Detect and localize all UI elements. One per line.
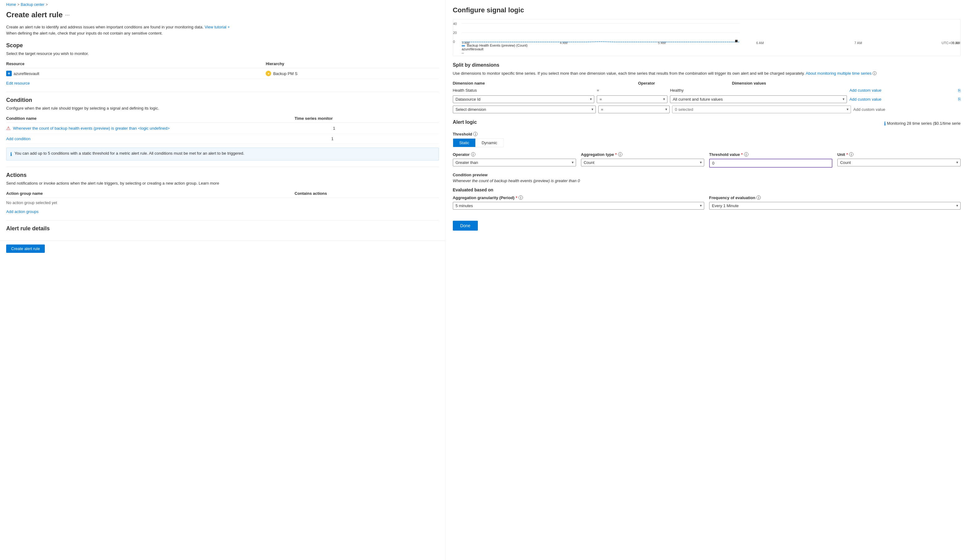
dim-empty-val-wrapper: 0 selected — [672, 106, 851, 113]
create-alert-rule-button[interactable]: Create alert rule — [6, 244, 45, 253]
resource-icon — [6, 71, 12, 76]
threshold-val-field-group: Threshold value * i — [709, 152, 832, 168]
edit-resource-link[interactable]: Edit resource — [6, 81, 439, 86]
agg-granularity-select-wrapper: 5 minutes — [453, 202, 704, 210]
freq-info-circle[interactable]: i — [756, 195, 761, 200]
unit-required: * — [846, 152, 848, 157]
about-info-circle: ⓘ — [873, 71, 877, 76]
operator-field-group: Operator i Greater than — [453, 152, 576, 168]
col-timeseries: Time series monitor — [295, 116, 439, 121]
add-condition-link[interactable]: Add condition — [6, 137, 329, 141]
dim-datasource-row: Datasource Id = All current and future v… — [453, 96, 961, 103]
breadcrumb-backup[interactable]: Backup center — [21, 2, 45, 7]
unit-field-group: Unit * i Count — [837, 152, 961, 168]
svg-text:★: ★ — [267, 72, 270, 75]
y-label-40: 40 — [453, 22, 457, 26]
description-area: Create an alert rule to identify and add… — [0, 24, 445, 42]
col-action-name: Action group name — [6, 191, 295, 196]
dim-empty-name-select[interactable]: Select dimension — [453, 106, 596, 113]
agg-type-select[interactable]: Count — [581, 159, 704, 167]
operator-label: Operator i — [453, 152, 576, 157]
chart-x-labels: 3 AM 4 AM 5 AM 6 AM 7 AM 8 AM — [462, 41, 960, 45]
divider-3 — [6, 220, 439, 220]
condition-title: Condition — [6, 97, 439, 103]
scope-table-header: Resource Hierarchy — [6, 59, 439, 68]
hierarchy-name: Backup PM S — [273, 71, 297, 76]
operator-select[interactable]: Greater than — [453, 159, 576, 167]
operator-info-circle[interactable]: i — [471, 152, 475, 157]
agg-granularity-select[interactable]: 5 minutes — [453, 202, 704, 210]
copy-icon-1[interactable]: ⎘ — [958, 88, 961, 93]
about-monitoring-link[interactable]: About monitoring multiple time series — [806, 71, 871, 76]
col-contains: Contains actions — [295, 191, 439, 196]
scope-resource-row: azurefilesvault ★ Backup PM S — [6, 68, 439, 79]
threshold-val-required: * — [741, 152, 743, 157]
condition-desc: Configure when the alert rule should tri… — [6, 106, 439, 111]
left-panel: Home > Backup center > Create alert rule… — [0, 0, 445, 560]
page-title-row: Create alert rule ··· — [0, 9, 445, 24]
dim-static-row: Health Status = Healthy Add custom value… — [453, 88, 961, 93]
more-options-button[interactable]: ··· — [65, 12, 70, 18]
no-action-row: No action group selected yet — [6, 198, 439, 207]
scope-col-resource: Resource — [6, 61, 266, 66]
freq-field-group: Frequency of evaluation i Every 1 Minute — [709, 195, 961, 210]
agg-type-select-wrapper: Count — [581, 159, 704, 167]
add-action-groups-link[interactable]: Add action groups — [6, 209, 439, 214]
threshold-value-input[interactable] — [709, 159, 832, 168]
learn-more-link[interactable]: Learn more — [199, 181, 219, 185]
right-panel: Configure signal logic 40 20 0 3 AM 4 AM… — [445, 0, 968, 560]
info-icon: ℹ — [10, 151, 12, 157]
sensitive-note: When defining the alert rule, check that… — [6, 31, 163, 35]
threshold-toggle: Static Dynamic — [453, 138, 504, 147]
condition-num: 1 — [330, 126, 439, 131]
dim-empty-val-select[interactable]: 0 selected — [672, 106, 851, 113]
dim-datasource-op-select[interactable]: = — [597, 96, 668, 103]
x-label-5am: 5 AM — [658, 41, 666, 45]
dim-col-op-header: Operator — [638, 81, 729, 86]
x-label-7am: 7 AM — [854, 41, 862, 45]
freq-select[interactable]: Every 1 Minute — [709, 202, 961, 210]
dim-add-custom-2[interactable]: Add custom value — [849, 97, 956, 102]
breadcrumb-home[interactable]: Home — [6, 2, 16, 7]
add-condition-num: 1 — [329, 137, 439, 141]
dim-add-custom-1[interactable]: Add custom value — [849, 88, 956, 93]
agg-type-info-circle[interactable]: i — [618, 152, 622, 157]
static-threshold-button[interactable]: Static — [453, 139, 476, 147]
agg-granularity-info-circle[interactable]: i — [519, 195, 523, 200]
dim-health-status-name: Health Status — [453, 88, 594, 93]
agg-type-required: * — [615, 152, 617, 157]
threshold-val-info-circle[interactable]: i — [744, 152, 748, 157]
dim-datasource-val-select[interactable]: All current and future values — [670, 96, 847, 103]
dim-col-val-header: Dimension values — [732, 81, 961, 86]
freq-select-wrapper: Every 1 Minute — [709, 202, 961, 210]
add-condition-row: Add condition 1 — [6, 134, 439, 144]
condition-preview: Condition preview Whenever the count of … — [453, 173, 961, 183]
dim-table-header: Dimension name Operator Dimension values — [453, 81, 961, 86]
x-label-4am: 4 AM — [560, 41, 567, 45]
unit-info-circle[interactable]: i — [849, 152, 854, 157]
condition-preview-text: Whenever the count of backup health even… — [453, 178, 961, 183]
monitoring-info-text: Monitoring 28 time series ($0.1/time ser… — [887, 121, 961, 126]
dynamic-threshold-button[interactable]: Dynamic — [475, 139, 504, 147]
hierarchy-icon: ★ — [266, 71, 271, 76]
dim-datasource-name-select[interactable]: Datasource Id — [453, 96, 594, 103]
dim-empty-row: Select dimension = 0 selected Add custom… — [453, 106, 961, 113]
copy-icon-2[interactable]: ⎘ — [958, 97, 961, 102]
done-button[interactable]: Done — [453, 221, 478, 231]
agg-granularity-label: Aggregation granularity (Period) * i — [453, 195, 704, 200]
dim-empty-op-select[interactable]: = — [598, 106, 670, 113]
description-text: Create an alert rule to identify and add… — [6, 25, 204, 29]
dim-add-custom-3: Add custom value — [854, 107, 961, 112]
threshold-label: Threshold i — [453, 132, 961, 137]
no-action-text: No action group selected yet — [6, 200, 57, 205]
view-tutorial-link[interactable]: View tutorial + — [204, 25, 230, 29]
condition-table-header: Condition name Time series monitor — [6, 114, 439, 123]
dim-health-status-val: Healthy — [670, 88, 847, 93]
alert-details-section: Alert rule details — [0, 225, 445, 241]
condition-link[interactable]: Whenever the count of backup health even… — [13, 126, 330, 131]
condition-row: ⚠ Whenever the count of backup health ev… — [6, 123, 439, 134]
threshold-info-circle[interactable]: i — [473, 132, 477, 136]
evaluated-title: Evaluated based on — [453, 187, 961, 192]
breadcrumb: Home > Backup center > — [0, 0, 445, 9]
unit-select[interactable]: Count — [837, 159, 961, 167]
